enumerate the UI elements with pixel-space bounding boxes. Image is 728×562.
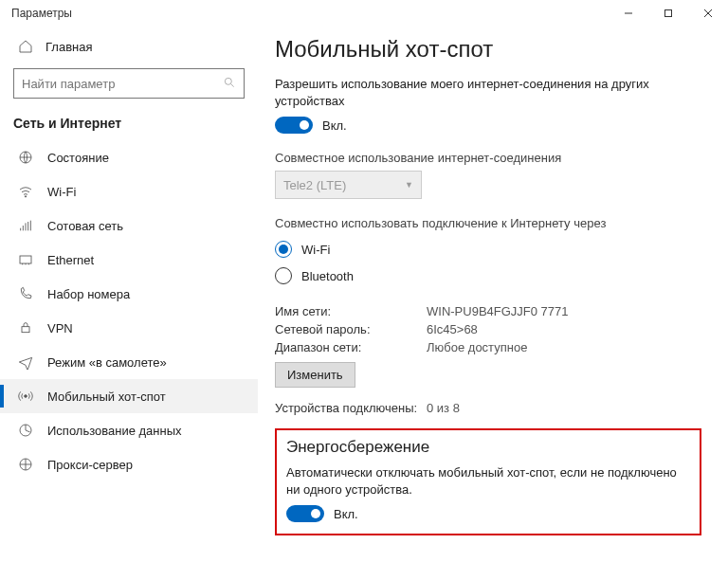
proxy-icon [17,456,34,473]
toggle-label: Вкл. [322,118,347,133]
home-icon [17,38,34,55]
sidebar: Главная Сеть и Интернет Состояние Wi-Fi [0,27,258,562]
home-link[interactable]: Главная [0,32,258,63]
globe-icon [17,149,34,166]
minimize-button[interactable] [609,0,648,27]
chevron-down-icon: ▼ [405,180,413,190]
sidebar-item-label: Сотовая сеть [47,219,123,233]
search-input[interactable] [13,68,245,99]
close-button[interactable] [688,0,728,27]
hotspot-icon [17,388,34,405]
maximize-button[interactable] [648,0,688,27]
sidebar-item-hotspot[interactable]: Мобильный хот-спот [0,379,258,413]
net-name-value: WIN-PU9B4FGJJF0 7771 [427,304,569,318]
svg-point-10 [25,395,27,398]
svg-point-4 [225,78,231,84]
titlebar: Параметры [0,0,728,27]
net-name-label: Имя сети: [275,304,427,318]
net-pass-value: 6Ic45>68 [427,322,478,336]
connection-select: Tele2 (LTE) ▼ [275,171,422,199]
sidebar-item-label: Использование данных [47,424,182,438]
devices-value: 0 из 8 [427,401,460,415]
window-title: Параметры [11,7,72,20]
power-toggle-label: Вкл. [334,507,358,521]
vpn-icon [17,319,34,336]
edit-button[interactable]: Изменить [275,362,355,388]
net-band-value: Любое доступное [427,340,527,354]
svg-rect-8 [20,256,31,263]
sidebar-item-datausage[interactable]: Использование данных [0,413,258,447]
sidebar-item-status[interactable]: Состояние [0,140,258,174]
power-title: Энергосбережение [286,438,690,457]
sidebar-item-label: Набор номера [47,287,130,301]
edit-button-label: Изменить [287,368,343,382]
sidebar-item-label: Режим «в самолете» [47,355,167,370]
net-band-label: Диапазон сети: [275,340,427,354]
wifi-icon [17,183,34,200]
sidebar-item-label: Прокси-сервер [47,458,133,472]
sidebar-item-label: Мобильный хот-спот [47,390,166,404]
sidebar-item-cellular[interactable]: Сотовая сеть [0,208,258,243]
sidebar-item-label: Wi-Fi [47,185,76,199]
radio-bluetooth[interactable]: Bluetooth [275,263,701,289]
power-description: Автоматически отключать мобильный хот-сп… [286,464,690,498]
hotspot-toggle[interactable] [275,117,313,134]
phone-icon [17,285,34,302]
radio-icon [275,241,292,258]
share-description: Разрешить использование моего интернет-с… [275,76,701,109]
section-title: Сеть и Интернет [0,108,258,136]
sidebar-item-airplane[interactable]: Режим «в самолете» [0,345,258,379]
nav-list: Состояние Wi-Fi Сотовая сеть Ethernet На… [0,136,258,481]
share-via-label: Совместно использовать подключение к Инт… [275,216,701,230]
devices-label: Устройства подключены: [275,401,427,415]
radio-icon [275,267,292,284]
airplane-icon [17,354,34,371]
power-saving-highlight: Энергосбережение Автоматически отключать… [275,428,701,535]
ethernet-icon [17,251,34,268]
window-controls [609,0,728,27]
main-content: Мобильный хот-спот Разрешить использован… [258,27,728,562]
radio-wifi[interactable]: Wi-Fi [275,236,701,263]
svg-rect-9 [22,327,29,333]
sidebar-item-dialup[interactable]: Набор номера [0,277,258,311]
radio-bt-label: Bluetooth [301,269,354,283]
sidebar-item-proxy[interactable]: Прокси-сервер [0,447,258,481]
power-toggle[interactable] [286,505,324,522]
search-icon [223,76,236,92]
home-label: Главная [46,40,92,54]
connection-value: Tele2 (LTE) [283,178,346,192]
search-field[interactable] [22,77,223,91]
page-title: Мобильный хот-спот [275,36,701,63]
svg-rect-1 [665,10,672,17]
share-connection-label: Совместное использование интернет-соедин… [275,151,701,165]
sidebar-item-ethernet[interactable]: Ethernet [0,243,258,277]
svg-point-7 [25,196,26,197]
cellular-icon [17,217,34,234]
data-usage-icon [17,422,34,439]
sidebar-item-label: Состояние [47,151,109,165]
sidebar-item-label: Ethernet [47,253,94,267]
sidebar-item-wifi[interactable]: Wi-Fi [0,174,258,208]
sidebar-item-label: VPN [47,321,73,335]
net-pass-label: Сетевой пароль: [275,322,427,336]
radio-wifi-label: Wi-Fi [301,243,330,257]
sidebar-item-vpn[interactable]: VPN [0,311,258,345]
svg-line-5 [231,83,234,86]
